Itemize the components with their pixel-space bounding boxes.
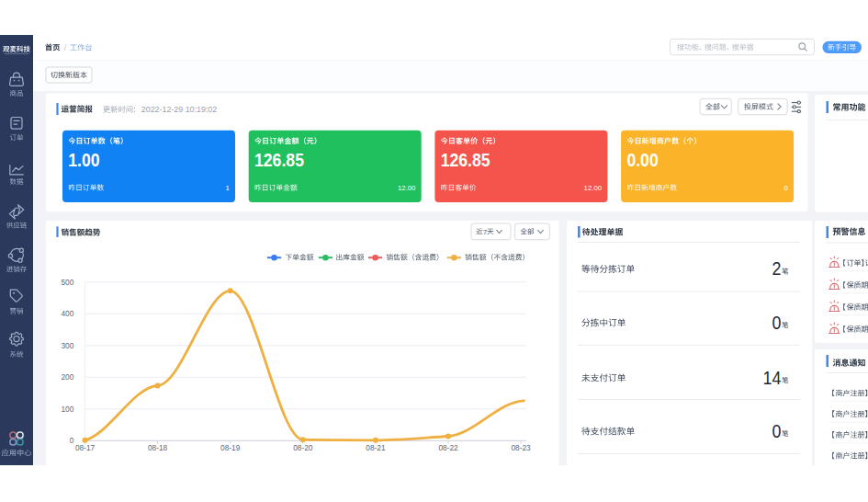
svg-text:126.85: 126.85 [441,149,490,170]
svg-text:08-18: 08-18 [148,443,168,452]
svg-text:14: 14 [763,367,782,388]
svg-text:100: 100 [62,405,74,414]
svg-text:500: 500 [62,278,74,287]
svg-text:0.00: 0.00 [626,149,658,170]
svg-text:126.85: 126.85 [254,149,304,170]
svg-text:08-19: 08-19 [220,443,241,452]
svg-text:0: 0 [70,436,74,445]
svg-text:2: 2 [772,257,782,279]
svg-text:08-21: 08-21 [366,443,386,452]
svg-text:200: 200 [62,372,74,382]
svg-text:300: 300 [62,341,74,350]
svg-text:7: 7 [483,228,487,236]
svg-text:400: 400 [62,309,74,318]
svg-text:12.00: 12.00 [584,184,603,192]
svg-text:12.00: 12.00 [398,184,416,192]
svg-text:1: 1 [225,184,229,192]
svg-text:0: 0 [772,312,782,333]
svg-text:08-17: 08-17 [75,443,96,452]
svg-text:2022-12-29 10:19:02: 2022-12-29 10:19:02 [141,105,217,114]
svg-text:08-20: 08-20 [293,443,313,452]
svg-text:0: 0 [784,184,789,192]
svg-text:08-22: 08-22 [438,443,458,452]
svg-text:0: 0 [772,420,782,441]
svg-text:1.00: 1.00 [68,149,99,170]
svg-text:08-23: 08-23 [512,443,532,452]
